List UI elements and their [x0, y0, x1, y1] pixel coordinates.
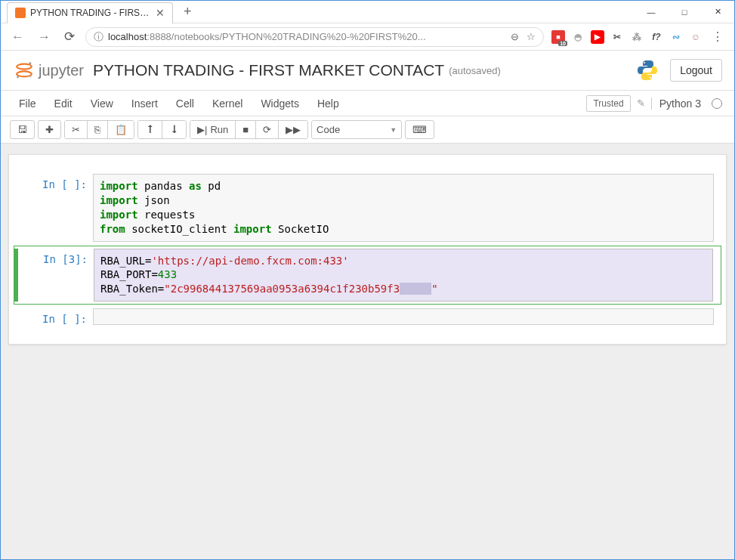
maximize-button[interactable]: □ — [668, 1, 701, 23]
extension-badge: 10 — [558, 41, 567, 46]
cell-prompt: In [ ]: — [17, 308, 93, 325]
add-cell-button[interactable]: ✚ — [38, 120, 61, 139]
code-input[interactable]: RBA_URL='https://api-demo.fxcm.com:433' … — [94, 249, 713, 302]
svg-point-3 — [17, 76, 19, 79]
extension-fq-icon[interactable]: f? — [650, 30, 663, 44]
autosave-status: (autosaved) — [449, 65, 501, 76]
kernel-status-icon — [712, 98, 722, 109]
browser-tab[interactable]: PYTHON TRADING - FIRST MARK ✕ — [7, 2, 173, 23]
extensions: ■10 ◓ ▶ ✂ ⁂ f? ∾ ☺ ⋮ — [551, 29, 727, 44]
svg-point-0 — [17, 64, 32, 70]
run-label: Run — [210, 124, 228, 135]
add-tab-button[interactable]: + — [179, 4, 196, 20]
notebook-header: jupyter PYTHON TRADING - FIRST MARKET CO… — [1, 51, 734, 91]
menu-edit[interactable]: Edit — [45, 97, 82, 110]
dropdown-arrow-icon: ▼ — [390, 126, 397, 134]
menu-kernel[interactable]: Kernel — [203, 97, 252, 110]
menubar: File Edit View Insert Cell Kernel Widget… — [1, 91, 734, 116]
extension-link-icon[interactable]: ∾ — [669, 30, 683, 44]
kernel-name[interactable]: Python 3 — [651, 97, 701, 110]
url-host: localhost — [108, 31, 147, 42]
code-input[interactable]: import pandas as pd import json import r… — [93, 174, 714, 242]
jupyter-logo-icon — [13, 59, 36, 82]
cell-prompt: In [3]: — [18, 249, 94, 302]
run-icon: ▶| — [197, 124, 207, 135]
jupyter-logo[interactable]: jupyter — [13, 59, 84, 82]
jupyter-favicon — [15, 8, 26, 18]
code-cell[interactable]: In [3]:RBA_URL='https://api-demo.fxcm.co… — [14, 246, 721, 305]
zoom-icon[interactable]: ⊖ — [511, 31, 519, 42]
browser-menu-button[interactable]: ⋮ — [709, 29, 727, 44]
window-controls: — □ ✕ — [635, 1, 734, 23]
restart-button[interactable]: ⟳ — [256, 121, 279, 138]
toolbar: 🖫 ✚ ✂ ⎘ 📋 🠕 🠗 ▶|Run ■ ⟳ ▶▶ Code ▼ ⌨ — [1, 116, 734, 144]
svg-point-4 — [29, 76, 31, 77]
page-content: jupyter PYTHON TRADING - FIRST MARKET CO… — [1, 51, 734, 559]
close-window-button[interactable]: ✕ — [701, 1, 734, 23]
notebook-title[interactable]: PYTHON TRADING - FIRST MARKET CONTACT — [93, 61, 444, 79]
url-path: :8888/notebooks/PYTHON%20TRADING%20-%20F… — [147, 31, 425, 42]
forward-button[interactable]: → — [35, 29, 54, 45]
menu-help[interactable]: Help — [308, 97, 348, 110]
svg-point-2 — [29, 62, 32, 65]
logout-button[interactable]: Logout — [670, 59, 722, 82]
menu-insert[interactable]: Insert — [122, 97, 167, 110]
python-logo-icon — [635, 58, 659, 82]
browser-window: PYTHON TRADING - FIRST MARK ✕ + — □ ✕ ← … — [0, 0, 735, 560]
menu-view[interactable]: View — [82, 97, 122, 110]
svg-point-6 — [650, 77, 651, 79]
cell-type-value: Code — [317, 124, 340, 135]
back-button[interactable]: ← — [8, 29, 27, 45]
copy-button[interactable]: ⎘ — [88, 121, 108, 138]
paste-button[interactable]: 📋 — [108, 121, 134, 138]
command-palette-button[interactable]: ⌨ — [405, 120, 434, 139]
cell-type-select[interactable]: Code ▼ — [311, 120, 402, 139]
svg-point-1 — [17, 71, 32, 76]
tab-title: PYTHON TRADING - FIRST MARK — [30, 8, 150, 18]
jupyter-logo-text: jupyter — [39, 62, 84, 79]
close-tab-icon[interactable]: ✕ — [156, 7, 165, 19]
svg-point-5 — [644, 62, 645, 63]
minimize-button[interactable]: — — [635, 1, 668, 23]
cut-button[interactable]: ✂ — [65, 121, 88, 138]
run-button[interactable]: ▶|Run — [190, 121, 236, 138]
address-bar: ← → ⟳ ⓘ localhost :8888/notebooks/PYTHON… — [1, 23, 734, 51]
titlebar: PYTHON TRADING - FIRST MARK ✕ + — □ ✕ — [1, 1, 734, 23]
site-info-icon[interactable]: ⓘ — [94, 30, 103, 44]
menu-file[interactable]: File — [10, 97, 45, 110]
reload-button[interactable]: ⟳ — [61, 29, 78, 45]
code-cell[interactable]: In [ ]: — [14, 306, 721, 327]
url-input[interactable]: ⓘ localhost :8888/notebooks/PYTHON%20TRA… — [85, 27, 544, 47]
extension-bug-icon[interactable]: ⁂ — [630, 30, 644, 44]
trusted-badge[interactable]: Trusted — [586, 95, 630, 112]
menu-cell[interactable]: Cell — [167, 97, 203, 110]
stop-button[interactable]: ■ — [236, 121, 256, 138]
notebook-cells: In [ ]:import pandas as pd import json i… — [8, 154, 727, 345]
extension-drive-icon[interactable]: ◓ — [571, 30, 585, 44]
cell-prompt: In [ ]: — [17, 174, 93, 242]
extension-icon-1[interactable]: ■10 — [551, 30, 565, 44]
edit-icon[interactable]: ✎ — [637, 97, 645, 109]
star-icon[interactable]: ☆ — [527, 31, 536, 42]
profile-avatar-icon[interactable]: ☺ — [689, 30, 703, 44]
extension-youtube-icon[interactable]: ▶ — [591, 30, 604, 44]
extension-scissors-icon[interactable]: ✂ — [610, 30, 624, 44]
menu-widgets[interactable]: Widgets — [252, 97, 308, 110]
save-button[interactable]: 🖫 — [10, 120, 35, 139]
run-all-button[interactable]: ▶▶ — [279, 121, 307, 138]
move-up-button[interactable]: 🠕 — [138, 121, 162, 138]
code-cell[interactable]: In [ ]:import pandas as pd import json i… — [14, 172, 721, 244]
move-down-button[interactable]: 🠗 — [162, 121, 186, 138]
code-input[interactable] — [93, 308, 714, 325]
